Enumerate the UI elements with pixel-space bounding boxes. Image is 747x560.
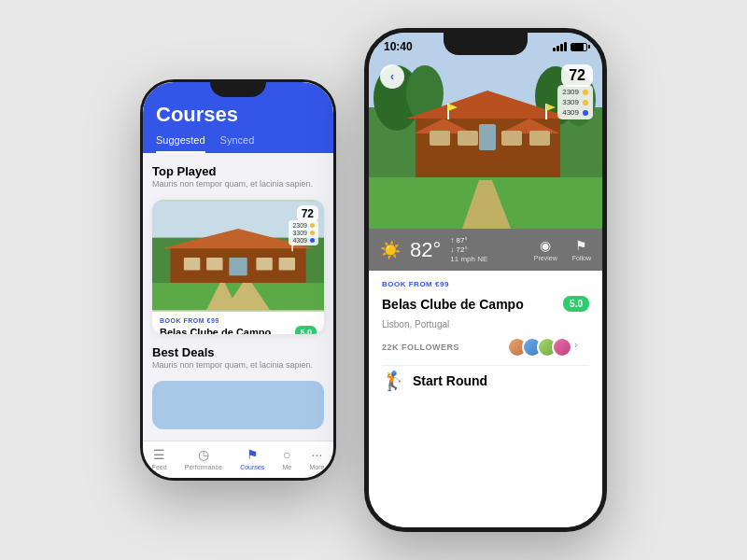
- svg-rect-6: [229, 258, 247, 275]
- status-time: 10:40: [384, 40, 413, 53]
- best-deals-title: Best Deals: [152, 345, 324, 359]
- right-tee-row-3: 4309: [562, 108, 588, 117]
- tab-suggested[interactable]: Suggested: [156, 134, 205, 153]
- svg-rect-24: [430, 131, 450, 146]
- hero-image: [369, 33, 602, 229]
- left-phone: Courses Suggested Synced Top Played Maur…: [140, 79, 336, 481]
- follow-label: Follow: [572, 255, 591, 261]
- tee-dist-2: 3309: [292, 230, 307, 236]
- avatar-4: [552, 337, 572, 357]
- weather-details: ↑ 87° ↓ 72° 11 mph NE: [450, 236, 487, 263]
- nav-me-label: Me: [282, 464, 291, 470]
- right-course-name: Belas Clube de Campo: [382, 297, 524, 312]
- svg-rect-28: [529, 131, 550, 146]
- avatar-more-icon: ›: [574, 340, 589, 355]
- svg-rect-5: [206, 258, 222, 271]
- weather-high: ↑ 87°: [450, 236, 487, 245]
- nav-feed-label: Feed: [152, 464, 167, 470]
- preview-action[interactable]: ◉ Preview: [534, 238, 557, 261]
- signal-icon: [553, 42, 567, 51]
- feed-icon: ☰: [153, 447, 165, 462]
- svg-rect-26: [479, 124, 496, 150]
- weather-sun-icon: ☀️: [380, 240, 401, 260]
- nav-courses[interactable]: ⚑ Courses: [240, 447, 264, 470]
- left-tee-distances: 2309 3309 4309: [289, 220, 318, 245]
- bar1: [553, 48, 556, 51]
- top-played-section: Top Played Mauris non tempor quam, et la…: [152, 164, 324, 189]
- tab-synced[interactable]: Synced: [220, 134, 255, 153]
- weather-strip: ☀️ 82° ↑ 87° ↓ 72° 11 mph NE ◉ Preview ⚑…: [369, 229, 602, 271]
- weather-wind: 11 mph NE: [450, 255, 487, 263]
- right-notch: [444, 33, 528, 55]
- battery-icon: [571, 43, 587, 51]
- course-image: 72 2309 3309 4309: [152, 200, 324, 312]
- top-played-title: Top Played: [152, 164, 324, 178]
- left-notch: [210, 82, 266, 97]
- svg-rect-7: [256, 258, 272, 271]
- top-played-card[interactable]: 72 2309 3309 4309: [152, 200, 324, 334]
- best-deals-subtitle: Mauris non tempor quam, et lacinia sapie…: [152, 360, 324, 370]
- nav-performance[interactable]: ◷ Performance: [185, 447, 222, 470]
- right-tee-dot-1: [583, 90, 588, 95]
- battery-fill: [571, 44, 584, 50]
- golf-figure-icon: 🏌️: [382, 370, 405, 392]
- follow-action[interactable]: ⚑ Follow: [572, 238, 591, 261]
- followers-avatars: ›: [507, 337, 589, 357]
- top-played-subtitle: Mauris non tempor quam, et lacinia sapie…: [152, 179, 324, 189]
- left-app-title: Courses: [156, 103, 320, 127]
- nav-feed[interactable]: ☰ Feed: [152, 447, 167, 470]
- nav-more-label: More: [309, 464, 324, 470]
- tee-dot-2: [310, 231, 315, 235]
- courses-icon: ⚑: [247, 447, 259, 462]
- preview-icon: ◉: [540, 238, 551, 253]
- tee-row-1: 2309: [292, 222, 315, 229]
- right-rating: 5.0: [563, 296, 589, 312]
- start-round-label: Start Round: [413, 373, 487, 388]
- right-tee-row-2: 3309: [562, 98, 588, 106]
- follow-icon: ⚑: [575, 238, 587, 253]
- preview-label: Preview: [534, 255, 557, 261]
- tee-dot-1: [310, 223, 315, 228]
- svg-rect-27: [501, 131, 522, 146]
- more-icon: ···: [312, 447, 323, 462]
- weather-temp: 82°: [410, 238, 441, 262]
- left-content: Top Played Mauris non tempor quam, et la…: [143, 153, 333, 441]
- left-rating-badge: 5.0: [295, 326, 317, 334]
- nav-courses-label: Courses: [240, 464, 264, 470]
- nav-more[interactable]: ··· More: [309, 447, 324, 470]
- left-course-name: Belas Clube de Campo: [160, 327, 295, 334]
- right-location: Lisbon, Portugal: [382, 319, 589, 329]
- hero-area: 10:40: [369, 33, 602, 229]
- svg-rect-8: [279, 258, 295, 271]
- tee-dot-3: [310, 238, 315, 243]
- me-icon: ○: [283, 447, 290, 462]
- deals-card[interactable]: [152, 381, 324, 429]
- svg-rect-25: [458, 131, 478, 146]
- bar2: [557, 46, 559, 51]
- right-phone: 10:40: [364, 28, 607, 532]
- tee-dist-1: 2309: [292, 222, 307, 229]
- right-name-row: Belas Clube de Campo 5.0: [382, 296, 589, 312]
- svg-rect-4: [184, 258, 200, 271]
- status-icons: [553, 42, 587, 51]
- right-info: BOOK FROM €99 Belas Clube de Campo 5.0 L…: [369, 271, 602, 527]
- right-score-badge: 72: [561, 64, 593, 87]
- tee-dist-3: 4309: [292, 237, 307, 244]
- followers-count: 22K FOLLOWERS: [382, 343, 459, 352]
- performance-icon: ◷: [198, 447, 209, 462]
- back-button[interactable]: ‹: [380, 64, 404, 89]
- right-tee-dot-3: [583, 110, 588, 116]
- right-tee-dist-2: 3309: [562, 98, 579, 106]
- tee-row-3: 4309: [292, 237, 315, 244]
- nav-performance-label: Performance: [185, 464, 222, 470]
- scene: Courses Suggested Synced Top Played Maur…: [0, 0, 747, 560]
- right-tee-dist-1: 2309: [562, 88, 579, 96]
- bottom-nav: ☰ Feed ◷ Performance ⚑ Courses ○ Me ···: [143, 441, 333, 478]
- left-tabs: Suggested Synced: [156, 134, 320, 153]
- bar4: [564, 42, 567, 51]
- nav-me[interactable]: ○ Me: [282, 447, 291, 470]
- weather-actions: ◉ Preview ⚑ Follow: [534, 238, 591, 261]
- right-tee-row-1: 2309: [562, 88, 588, 96]
- start-round-row[interactable]: 🏌️ Start Round: [382, 365, 589, 392]
- right-tee-dist-3: 4309: [562, 108, 579, 117]
